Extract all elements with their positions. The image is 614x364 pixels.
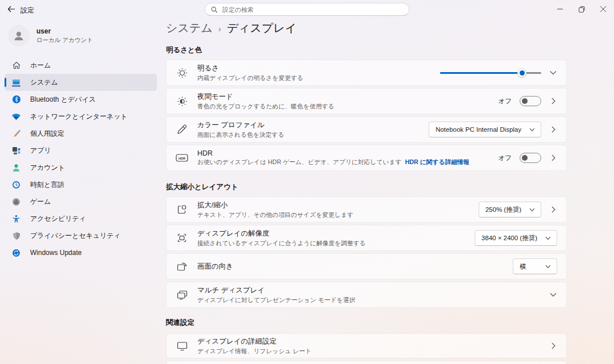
row-advanced-display[interactable]: ディスプレイの詳細設定 ディスプレイ情報、リフレッシュ レート — [166, 333, 567, 358]
sidebar-item-label: 個人用設定 — [30, 129, 64, 139]
hdr-toggle[interactable] — [520, 153, 541, 163]
chevron-down-icon — [529, 208, 535, 212]
selected-accent-bar — [5, 78, 6, 87]
advanced-display-icon — [176, 341, 188, 351]
row-title: カラー プロファイル — [197, 120, 429, 130]
color-profile-dropdown[interactable]: Notebook PC Internal Display — [429, 122, 541, 137]
back-button[interactable] — [6, 4, 17, 14]
chevron-down-icon — [545, 265, 551, 269]
sidebar-item-label: Bluetooth とデバイス — [30, 95, 96, 104]
sidebar-item-label: ゲーム — [30, 197, 51, 207]
scale-icon — [176, 204, 188, 215]
brightness-slider-fill — [440, 72, 522, 74]
row-title: 明るさ — [197, 64, 440, 73]
breadcrumb-parent[interactable]: システム — [166, 20, 213, 35]
shield-icon — [11, 231, 21, 241]
home-icon — [11, 61, 21, 70]
row-hdr[interactable]: HDR HDR お使いのディスプレイは HDR ゲーム、ビデオ、アプリに対応して… — [166, 145, 567, 171]
sidebar-item-label: ホーム — [30, 61, 51, 70]
avatar — [8, 25, 30, 47]
row-partial-clipped[interactable] — [166, 361, 567, 364]
close-icon — [600, 6, 606, 12]
sidebar-item-apps[interactable]: アプリ — [5, 142, 157, 159]
chevron-down-icon — [545, 236, 551, 240]
sidebar-item-home[interactable]: ホーム — [5, 57, 157, 74]
row-subtitle: 青色の光をブロックするために、暖色を使用する — [197, 103, 498, 111]
system-icon — [11, 78, 21, 87]
minimize-icon — [557, 6, 563, 12]
row-color-profile[interactable]: カラー プロファイル 画面に表示される色を決定する Notebook PC In… — [166, 116, 567, 143]
sidebar-item-privacy-security[interactable]: プライバシーとセキュリティ — [5, 227, 157, 244]
search-box[interactable] — [205, 3, 409, 16]
sidebar-item-label: ネットワークとインターネット — [30, 112, 127, 122]
color-profile-icon — [176, 124, 188, 135]
sidebar-item-windows-update[interactable]: Windows Update — [5, 244, 157, 261]
resolution-dropdown[interactable]: 3840 × 2400 (推奨) — [475, 230, 557, 246]
user-name: user — [36, 27, 93, 35]
chevron-right-icon — [549, 342, 557, 349]
chevron-down-icon[interactable] — [549, 292, 557, 297]
sidebar-item-label: 時刻と言語 — [30, 180, 64, 190]
page-title: ディスプレイ — [227, 20, 297, 35]
resolution-icon — [176, 233, 188, 243]
app-title: 設定 — [20, 6, 34, 15]
row-scale[interactable]: 拡大/縮小 テキスト、アプリ、その他の項目のサイズを変更します 250% (推奨… — [166, 196, 567, 223]
sidebar: user ローカル アカウント ホーム システム Bluetooth とデバイス… — [0, 18, 161, 364]
row-subtitle: 接続されているディスプレイに合うように解像度を調整する — [197, 240, 475, 248]
night-light-toggle[interactable] — [520, 96, 541, 106]
sidebar-item-label: Windows Update — [30, 249, 82, 257]
wifi-icon — [11, 112, 21, 122]
brightness-slider-thumb[interactable] — [517, 68, 526, 77]
user-account-type: ローカル アカウント — [36, 36, 93, 44]
close-button[interactable] — [592, 0, 614, 18]
row-title: ディスプレイの解像度 — [197, 229, 475, 239]
section-brightness-color: 明るさと色 — [166, 45, 567, 55]
row-multiple-displays[interactable]: マルチ ディスプレイ ディスプレイに対してプレゼンテーション モードを選択 — [166, 282, 567, 308]
search-icon — [211, 6, 218, 13]
sidebar-item-accessibility[interactable]: アクセシビリティ — [5, 210, 157, 227]
titlebar: 設定 — [0, 0, 614, 18]
row-subtitle: 画面に表示される色を決定する — [197, 131, 429, 139]
chevron-down-icon[interactable] — [549, 70, 557, 75]
row-brightness[interactable]: 明るさ 内蔵ディスプレイの明るさを変更する — [166, 60, 567, 86]
section-related-settings: 関連設定 — [166, 318, 567, 328]
hdr-icon: HDR — [176, 153, 188, 162]
row-resolution[interactable]: ディスプレイの解像度 接続されているディスプレイに合うように解像度を調整する 3… — [166, 225, 567, 251]
toggle-state-label: オフ — [498, 154, 512, 162]
maximize-restore-button[interactable] — [571, 0, 592, 18]
sidebar-item-gaming[interactable]: ゲーム — [5, 193, 157, 210]
main-content: システム › ディスプレイ 明るさと色 明るさ 内蔵ディスプレイの明るさを変更す… — [166, 20, 567, 364]
window-controls — [549, 0, 614, 18]
user-account-card[interactable]: user ローカル アカウント — [0, 18, 161, 55]
row-night-light[interactable]: 夜間モード 青色の光をブロックするために、暖色を使用する オフ — [166, 88, 567, 114]
sidebar-item-accounts[interactable]: アカウント — [5, 159, 157, 176]
row-subtitle: ディスプレイ情報、リフレッシュ レート — [197, 348, 549, 355]
sidebar-item-personalization[interactable]: 個人用設定 — [5, 125, 157, 142]
hdr-learn-more-link[interactable]: HDR に関する詳細情報 — [405, 158, 470, 165]
maximize-restore-icon — [579, 6, 585, 12]
gaming-icon — [11, 197, 21, 207]
row-orientation[interactable]: 画面の向き 横 — [166, 253, 567, 279]
accounts-icon — [11, 163, 21, 173]
brush-icon — [11, 129, 21, 139]
brightness-slider[interactable] — [440, 68, 541, 77]
sidebar-item-bluetooth-devices[interactable]: Bluetooth とデバイス — [5, 91, 157, 108]
minimize-button[interactable] — [549, 0, 571, 18]
sidebar-item-label: アプリ — [30, 146, 51, 156]
orientation-dropdown[interactable]: 横 — [513, 258, 557, 274]
sidebar-item-time-language[interactable]: 時刻と言語 — [5, 176, 157, 193]
scale-dropdown[interactable]: 250% (推奨) — [479, 202, 541, 217]
breadcrumb-separator-icon: › — [218, 22, 221, 36]
sidebar-item-system[interactable]: システム — [5, 74, 157, 91]
dropdown-value: 3840 × 2400 (推奨) — [482, 234, 537, 242]
orientation-icon — [176, 262, 188, 271]
dropdown-value: 250% (推奨) — [486, 206, 521, 214]
bluetooth-icon — [11, 95, 21, 104]
search-input[interactable] — [222, 6, 403, 13]
chevron-right-icon — [549, 154, 557, 161]
row-title: 画面の向き — [197, 262, 513, 271]
windows-update-icon — [11, 248, 21, 258]
sidebar-item-network-internet[interactable]: ネットワークとインターネット — [5, 108, 157, 125]
multi-display-icon — [176, 290, 188, 300]
row-subtitle: ディスプレイに対してプレゼンテーション モードを選択 — [197, 296, 549, 304]
